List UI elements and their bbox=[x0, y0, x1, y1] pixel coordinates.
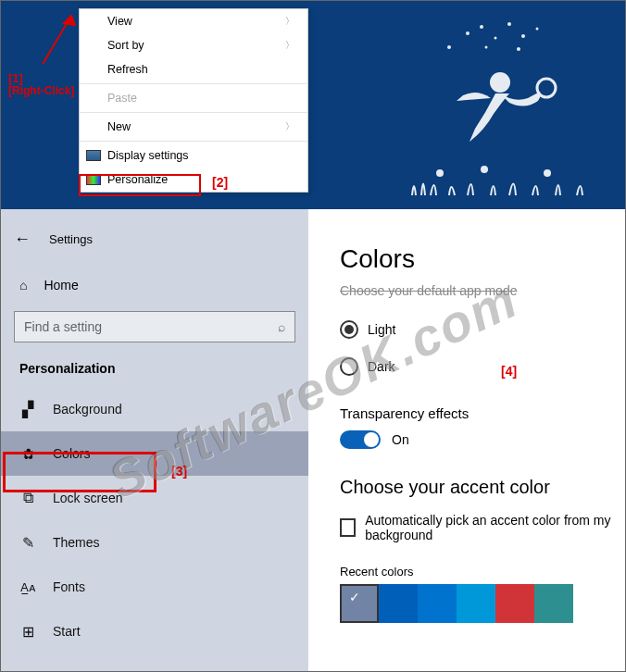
context-menu-refresh[interactable]: Refresh bbox=[80, 57, 307, 81]
radio-icon bbox=[340, 357, 358, 376]
context-menu-display-settings[interactable]: Display settings bbox=[80, 143, 307, 168]
back-button[interactable]: ← bbox=[14, 230, 31, 249]
svg-point-9 bbox=[521, 34, 525, 38]
nav-label: Lock screen bbox=[53, 491, 122, 505]
choose-mode-label: Choose your default app mode bbox=[340, 283, 625, 298]
transparency-toggle[interactable] bbox=[340, 430, 381, 449]
svg-point-4 bbox=[544, 169, 551, 177]
svg-point-1 bbox=[537, 79, 556, 97]
display-icon bbox=[86, 150, 101, 161]
search-placeholder: Find a setting bbox=[24, 319, 102, 334]
accent-color-heading: Choose your accent color bbox=[340, 477, 625, 498]
search-icon: ⌕ bbox=[278, 319, 285, 334]
auto-accent-checkbox-row[interactable]: Automatically pick an accent color from … bbox=[340, 513, 625, 542]
checkbox-label: Automatically pick an accent color from … bbox=[365, 513, 625, 542]
svg-point-5 bbox=[466, 31, 470, 35]
context-menu-new[interactable]: New 〉 bbox=[80, 115, 307, 139]
svg-point-8 bbox=[507, 22, 511, 26]
category-heading: Personalization bbox=[1, 355, 308, 387]
transparency-label: Transparency effects bbox=[340, 405, 625, 421]
settings-window: ← Settings ⌂ Home Find a setting ⌕ Perso… bbox=[1, 209, 625, 671]
menu-separator bbox=[80, 83, 307, 84]
context-menu-label: View bbox=[107, 15, 132, 28]
svg-point-11 bbox=[447, 45, 451, 49]
settings-sidebar: ← Settings ⌂ Home Find a setting ⌕ Perso… bbox=[1, 209, 308, 671]
radio-light[interactable]: Light bbox=[340, 311, 625, 348]
color-swatch[interactable] bbox=[340, 584, 379, 623]
nav-fonts[interactable]: A̲ᴀ Fonts bbox=[1, 565, 308, 609]
nav-label: Background bbox=[53, 402, 122, 417]
annotation-step3-num: [3] bbox=[171, 464, 187, 479]
svg-point-3 bbox=[481, 166, 488, 173]
fonts-icon: A̲ᴀ bbox=[19, 580, 36, 594]
recent-color-swatches bbox=[340, 584, 625, 623]
search-input[interactable]: Find a setting ⌕ bbox=[14, 311, 295, 342]
home-icon: ⌂ bbox=[19, 278, 27, 292]
radio-label: Light bbox=[368, 322, 395, 337]
color-swatch[interactable] bbox=[418, 584, 457, 623]
svg-point-7 bbox=[495, 37, 497, 40]
nav-label: Start bbox=[53, 624, 81, 639]
context-menu-label: New bbox=[107, 120, 131, 133]
annotation-step1-text: [Right-Click] bbox=[8, 84, 74, 97]
annotation-step2-num: [2] bbox=[212, 175, 228, 190]
context-menu-label: Display settings bbox=[107, 149, 189, 162]
menu-separator bbox=[80, 112, 307, 113]
radio-icon bbox=[340, 320, 358, 339]
desktop-context-menu: View 〉 Sort by 〉 Refresh Paste New 〉 Dis… bbox=[79, 8, 308, 193]
nav-label: Fonts bbox=[53, 579, 85, 594]
submenu-arrow-icon: 〉 bbox=[285, 15, 294, 28]
start-icon: ⊞ bbox=[19, 623, 36, 641]
page-title: Colors bbox=[340, 244, 625, 274]
annotation-highlight-box bbox=[3, 452, 156, 492]
context-menu-label: Sort by bbox=[107, 39, 144, 52]
context-menu-sort-by[interactable]: Sort by 〉 bbox=[80, 33, 307, 57]
annotation-arrow bbox=[31, 8, 82, 64]
svg-point-6 bbox=[480, 25, 483, 29]
color-swatch[interactable] bbox=[495, 584, 534, 623]
nav-label: Themes bbox=[53, 535, 100, 550]
radio-dark[interactable]: Dark bbox=[340, 348, 625, 385]
nav-home[interactable]: ⌂ Home bbox=[1, 267, 308, 304]
nav-start[interactable]: ⊞ Start bbox=[1, 609, 308, 653]
toggle-state-label: On bbox=[392, 432, 409, 447]
color-swatch[interactable] bbox=[534, 584, 573, 623]
submenu-arrow-icon: 〉 bbox=[285, 120, 294, 133]
desktop-wallpaper-art bbox=[347, 10, 607, 205]
svg-point-0 bbox=[490, 72, 510, 93]
color-swatch[interactable] bbox=[457, 584, 495, 623]
svg-point-2 bbox=[436, 169, 444, 177]
color-swatch[interactable] bbox=[379, 584, 418, 623]
settings-title: Settings bbox=[49, 232, 93, 246]
settings-content: Colors Choose your default app mode Ligh… bbox=[308, 209, 625, 671]
recent-colors-label: Recent colors bbox=[340, 565, 625, 579]
annotation-highlight-box bbox=[79, 174, 201, 196]
context-menu-label: Paste bbox=[107, 92, 137, 105]
app-mode-radio-group: Light Dark bbox=[340, 311, 625, 385]
picture-icon: ▞ bbox=[19, 401, 36, 418]
menu-separator bbox=[80, 141, 307, 142]
nav-label: Home bbox=[44, 278, 78, 292]
annotation-step4-num: [4] bbox=[501, 364, 517, 379]
context-menu-view[interactable]: View 〉 bbox=[80, 9, 307, 33]
annotation-step1-num: [1] bbox=[8, 71, 23, 85]
nav-themes[interactable]: ✎ Themes bbox=[1, 520, 308, 565]
context-menu-paste: Paste bbox=[80, 86, 307, 110]
nav-background[interactable]: ▞ Background bbox=[1, 387, 308, 431]
themes-icon: ✎ bbox=[19, 534, 36, 552]
checkbox-icon bbox=[340, 518, 356, 537]
radio-label: Dark bbox=[368, 359, 395, 374]
svg-marker-15 bbox=[64, 16, 75, 25]
svg-point-13 bbox=[517, 47, 520, 51]
context-menu-label: Refresh bbox=[107, 63, 148, 76]
svg-point-12 bbox=[485, 46, 488, 49]
svg-point-10 bbox=[536, 28, 539, 31]
submenu-arrow-icon: 〉 bbox=[285, 39, 294, 52]
